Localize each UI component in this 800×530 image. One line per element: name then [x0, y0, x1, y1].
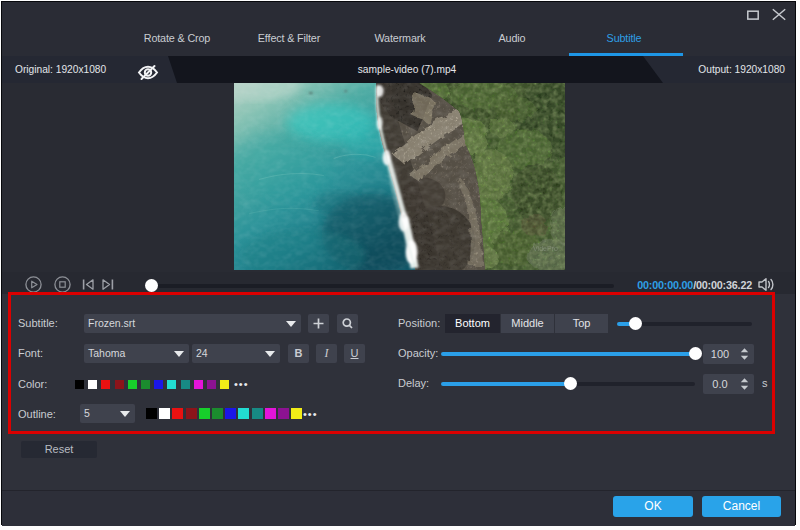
svg-text:VidePro: VidePro [533, 245, 558, 252]
